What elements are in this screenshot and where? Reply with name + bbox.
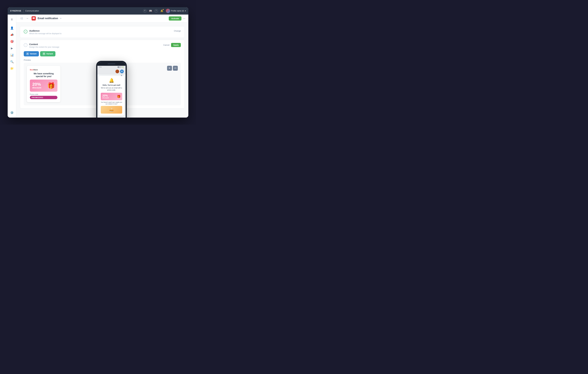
phone-header	[97, 68, 126, 75]
promo-label: discount	[32, 87, 41, 89]
content-section-actions: Cancel Apply	[163, 43, 181, 47]
notif-redeem-text: You haven't used it yet, maybe you can r…	[101, 101, 122, 105]
content-section-header: ✓ Content Design the content for your me…	[20, 40, 185, 51]
content-description: Design the content for your message	[29, 46, 59, 48]
phone-time: 9:41	[99, 66, 102, 68]
top-bar-app: Communication	[25, 10, 39, 12]
notif-bell-icon: 🔔	[101, 78, 122, 83]
help-icon[interactable]: ?	[155, 9, 158, 12]
page-header: ← Email notification ✏ Activate ···	[16, 15, 188, 22]
audience-title: Audience	[29, 29, 62, 32]
sidebar: ☰ 👤 📣 🎯 ▶ 📊 🔍 📁 ⚙️	[8, 15, 16, 118]
phone-notch	[97, 62, 126, 66]
phone-status-bar: 9:41 ▐▐ WiFi 🔋	[97, 66, 126, 68]
sidebar-toggle[interactable]: ☰	[9, 16, 15, 22]
notif-promo-label: discount	[102, 97, 109, 99]
change-button[interactable]: Change	[174, 30, 181, 32]
promo-text-block: 20% discount	[32, 82, 41, 89]
content-area: ← Email notification ✏ Activate ···	[16, 15, 188, 118]
notif-food-emoji: 🥧	[109, 108, 114, 112]
notif-promo-percent: 20%	[102, 94, 109, 97]
variant-label-a: Variant	[30, 53, 36, 55]
sidebar-bottom: ⚙️	[9, 110, 15, 116]
variant-badge-a: A	[26, 52, 29, 55]
notif-body: We've sent you an email with a promo cod…	[101, 87, 122, 91]
sidebar-item-campaign[interactable]: 📣	[9, 32, 15, 38]
promo-code-box: PROMO2053	[30, 96, 57, 99]
phone-mockup: 9:41 ▐▐ WiFi 🔋	[96, 61, 127, 118]
profile-avatar	[166, 9, 170, 13]
variants-bar: A Variant B Variant	[20, 51, 185, 59]
variant-tab-a[interactable]: A Variant	[24, 51, 39, 56]
notif-promo-text-block: 20% discount	[102, 94, 109, 99]
phone-avatar	[116, 70, 119, 73]
promo-banner: 20% discount 🎁	[30, 79, 57, 92]
svg-rect-1	[21, 17, 23, 18]
sidebar-item-target[interactable]: 🎯	[9, 38, 15, 44]
sidebar-item-automation[interactable]: ▶	[9, 45, 15, 51]
svg-rect-6	[121, 71, 123, 72]
audience-check-icon: ✓	[24, 30, 27, 33]
phone-mockup-wrapper: 9:41 ▐▐ WiFi 🔋	[96, 61, 127, 118]
notif-food-image: 🥧	[101, 106, 122, 114]
store-name: BestStore	[30, 69, 57, 71]
top-bar-divider	[23, 9, 23, 12]
variant-tab-b[interactable]: B Variant	[40, 51, 55, 56]
sidebar-item-settings[interactable]: ⚙️	[9, 110, 15, 116]
sidebar-item-files[interactable]: 📁	[9, 66, 15, 72]
logo: SYNERISE	[10, 10, 21, 12]
edit-icon[interactable]: ✏	[60, 17, 62, 20]
more-button[interactable]: ···	[183, 17, 185, 20]
apply-button[interactable]: Apply	[171, 43, 181, 47]
sidebar-item-search[interactable]: 🔍	[9, 59, 15, 65]
store-name-bold: Store	[33, 69, 38, 71]
chevron-down-icon: ▾	[185, 10, 186, 12]
browser-window: SYNERISE Communication + 📖 ? 🔔 Profile n…	[8, 7, 188, 118]
svg-rect-2	[21, 18, 23, 19]
phone-signal-icons: ▐▐ WiFi 🔋	[117, 66, 124, 68]
plus-icon[interactable]: +	[143, 9, 147, 12]
notification-bell-icon[interactable]: 🔔	[160, 9, 163, 12]
book-icon[interactable]: 📖	[149, 9, 152, 12]
notif-promo-banner: 20% discount 🎁	[101, 93, 122, 100]
store-name-regular: Best	[30, 69, 33, 71]
phone-notification: ✕ 🔔 Hello, You've got mail! We've sent y…	[99, 76, 124, 116]
svg-rect-5	[121, 71, 123, 71]
promo-code-label: Promo code:	[30, 93, 57, 95]
email-preview-card: BestStore We have something special for …	[27, 66, 61, 102]
content-check-icon: ✓	[24, 43, 27, 47]
promo-code-section: Promo code: PROMO2053	[30, 93, 57, 99]
svg-rect-3	[21, 19, 23, 19]
variant-badge-b: B	[42, 52, 45, 55]
back-button[interactable]: ←	[25, 16, 30, 21]
code-button[interactable]: </>	[173, 66, 178, 71]
svg-rect-0	[20, 17, 21, 19]
profile-name: Profile name (#)	[171, 10, 184, 12]
phone-screen: 9:41 ▐▐ WiFi 🔋	[97, 62, 126, 118]
audience-info: Audience Whom the message will be displa…	[29, 29, 62, 35]
main-layout: ☰ 👤 📣 🎯 ▶ 📊 🔍 📁 ⚙️	[8, 15, 188, 118]
sidebar-panel-toggle[interactable]	[19, 16, 24, 21]
eye-button[interactable]: 👁	[167, 66, 172, 71]
audience-description: Whom the message will be displayed to	[29, 33, 62, 35]
page-icon	[32, 16, 36, 21]
phone-notch-speaker	[108, 64, 115, 64]
cancel-button[interactable]: Cancel	[163, 43, 169, 47]
audience-section: ✓ Audience Whom the message will be disp…	[20, 26, 185, 38]
sidebar-item-user[interactable]: 👤	[9, 25, 15, 31]
svg-rect-7	[121, 72, 123, 72]
variant-label-b: Variant	[46, 53, 53, 55]
email-headline: We have something special for you!	[30, 72, 57, 78]
profile-button[interactable]: Profile name (#) ▾	[166, 9, 186, 13]
activate-button[interactable]: Activate	[169, 16, 181, 21]
phone-menu-button[interactable]	[120, 70, 124, 73]
content-title: Content	[29, 43, 59, 45]
content-info: Content Design the content for your mess…	[29, 43, 59, 48]
notif-close-button[interactable]: ✕	[121, 74, 123, 77]
preview-actions: 👁 </>	[167, 66, 178, 71]
page-title: Email notification	[38, 17, 58, 20]
promo-percent: 20%	[32, 82, 41, 87]
top-bar-right: + 📖 ? 🔔 Profile name (#) ▾	[143, 9, 186, 13]
notif-title: Hello, You've got mail!	[101, 84, 122, 86]
sidebar-item-analytics[interactable]: 📊	[9, 52, 15, 58]
